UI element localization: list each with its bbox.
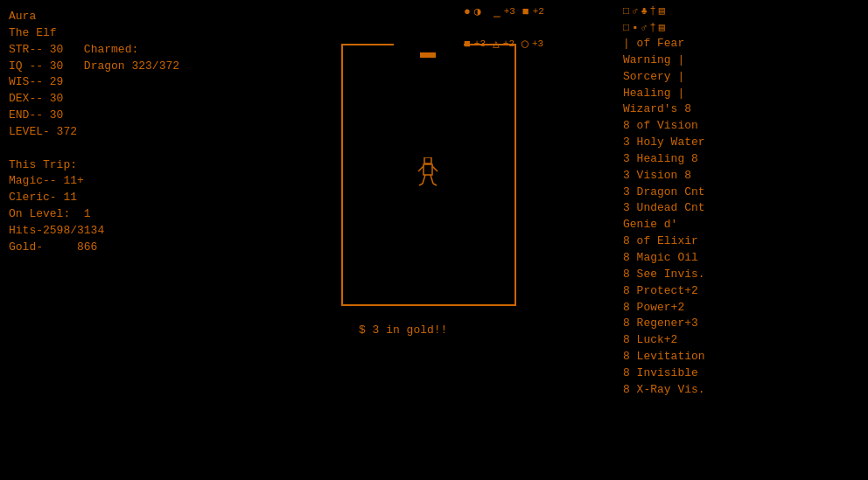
inventory-item: 3 Healing 8 xyxy=(623,151,868,168)
inventory-panel: □ ♂ ♣ † ▤ □ ▪ ♂ † ▤ | of FearWarning |So… xyxy=(544,4,868,399)
shield-bonus: +2 xyxy=(533,6,544,17)
inv-icon1: □ xyxy=(623,5,629,17)
ring-bonus: +3 xyxy=(532,38,543,49)
inventory-item: 3 Holy Water xyxy=(623,135,868,151)
spacer1 xyxy=(9,141,236,157)
inventory-item: 3 Vision 8 xyxy=(623,168,868,184)
inventory-item: 8 X-Ray Vis. xyxy=(623,382,868,399)
svg-line-2 xyxy=(418,166,424,171)
svg-line-6 xyxy=(419,184,423,185)
svg-line-4 xyxy=(423,175,425,184)
inventory-item: 8 Magic Oil xyxy=(623,250,868,267)
stat-level: LEVEL- 372 xyxy=(9,124,236,141)
inv-icon2: ♂ xyxy=(632,5,638,17)
inventory-item: Healing | xyxy=(623,86,868,102)
stat-dex: DEX-- 30 xyxy=(9,91,236,108)
inventory-item: 8 Regener+3 xyxy=(623,316,868,332)
game-container: Aura The Elf STR-- 30 Charmed: IQ -- 30 … xyxy=(0,0,868,480)
inventory-item: Wizard's 8 xyxy=(623,101,868,118)
ring-icon: ◯ xyxy=(522,37,528,51)
stats-panel: Aura The Elf STR-- 30 Charmed: IQ -- 30 … xyxy=(9,9,236,256)
inv-icon7: ▪ xyxy=(632,22,638,34)
stat-gold: Gold- 866 xyxy=(9,240,236,256)
inventory-item: 8 Protect+2 xyxy=(623,283,868,300)
trip-label: This Trip: xyxy=(9,157,236,174)
inv-icon3: ♣ xyxy=(640,5,647,17)
char-name: Aura xyxy=(9,9,236,25)
inv-icon6: □ xyxy=(623,22,629,34)
stat-end: END-- 30 xyxy=(9,108,236,124)
inventory-item: Genie d' xyxy=(623,217,868,233)
stat-wis: WIS-- 29 xyxy=(9,74,236,91)
stat-str: STR-- 30 Charmed: xyxy=(9,42,236,59)
inventory-item: 8 Invisible xyxy=(623,365,868,382)
svg-rect-1 xyxy=(424,164,432,175)
inventory-item: 8 of Vision xyxy=(623,118,868,135)
inventory-item: Sorcery | xyxy=(623,69,868,86)
game-area: $ 3 in gold!! xyxy=(254,17,499,332)
inv-icon10: ▤ xyxy=(659,21,665,34)
inventory-item: 3 Undead Cnt xyxy=(623,200,868,217)
inv-icon5: ▤ xyxy=(659,4,665,17)
gold-message: $ 3 in gold!! xyxy=(359,323,447,337)
char-class: The Elf xyxy=(9,25,236,42)
inventory-item: Warning | xyxy=(623,52,868,69)
shield-icon: ■ xyxy=(522,5,529,18)
svg-line-5 xyxy=(430,175,433,184)
inventory-item: 8 Luck+2 xyxy=(623,332,868,349)
inv-icon8: ♂ xyxy=(640,22,647,34)
sword-bonus: +3 xyxy=(504,6,515,17)
figure-icon2: ◑ xyxy=(474,4,481,18)
inventory-item: 8 Levitation xyxy=(623,349,868,365)
inventory-item: 8 of Elixir xyxy=(623,233,868,250)
stat-magic: Magic-- 11+ xyxy=(9,173,236,190)
stat-iq: IQ -- 30 Dragon 323/372 xyxy=(9,59,236,75)
inventory-item: 8 Power+2 xyxy=(623,300,868,317)
inv-icon9: † xyxy=(650,22,656,34)
stat-hits: Hits-2598/3134 xyxy=(9,223,236,240)
svg-line-7 xyxy=(433,184,437,185)
inventory-item: | of Fear xyxy=(623,36,868,52)
svg-rect-0 xyxy=(424,157,431,163)
equipment-icons-row1: ● ◑ ⎯ +3 ■ +2 xyxy=(464,4,544,18)
room-indicator xyxy=(420,52,436,58)
svg-line-3 xyxy=(432,166,438,171)
inventory-list: | of FearWarning |Sorcery |Healing |Wiza… xyxy=(544,36,868,399)
sword-icon: ⎯ xyxy=(494,5,500,18)
inv-icon4: † xyxy=(650,5,656,17)
inventory-item: 3 Dragon Cnt xyxy=(623,184,868,201)
stat-cleric: Cleric- 11 xyxy=(9,190,236,206)
figure-icon1: ● xyxy=(464,5,471,18)
player-character xyxy=(416,157,440,192)
stat-on-level: On Level: 1 xyxy=(9,206,236,223)
inventory-item: 8 See Invis. xyxy=(623,267,868,283)
